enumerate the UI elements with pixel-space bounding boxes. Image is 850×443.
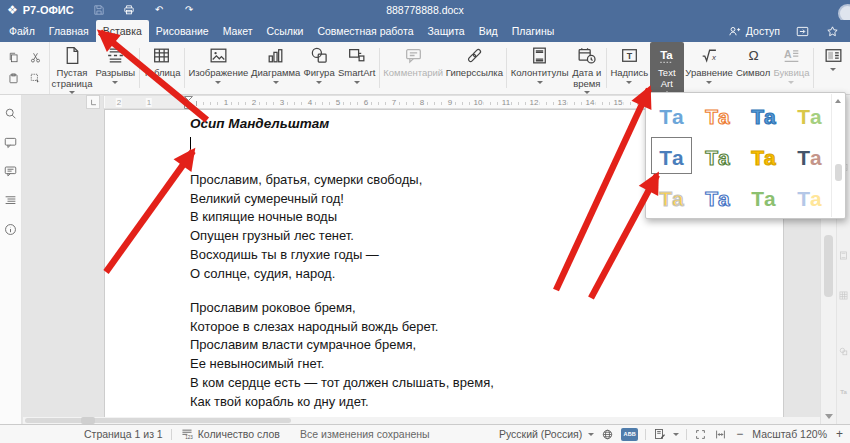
zoom-in-button[interactable]: + (834, 427, 845, 441)
horizontal-scrollbar[interactable] (23, 417, 820, 424)
ruler-number: 6 (363, 98, 369, 107)
shape-settings-icon[interactable] (838, 346, 849, 357)
fit-page-button[interactable] (694, 428, 707, 441)
chat-icon[interactable] (3, 164, 18, 179)
page-break-icon (105, 45, 126, 66)
blank-page-button[interactable]: Пустая страница (50, 42, 94, 94)
textart-style-light-blue-fill[interactable]: Ta (648, 94, 694, 135)
chart-icon (265, 45, 286, 66)
spellcheck-toggle[interactable]: АБВ (621, 428, 638, 441)
headers-footers-button[interactable]: Колонтитулы (509, 42, 570, 94)
about-icon[interactable] (3, 222, 18, 237)
save-icon[interactable] (92, 3, 106, 17)
shape-button[interactable]: Фигура (302, 42, 337, 94)
equation-button[interactable]: xУравнение (684, 42, 735, 94)
toolbar-divider (813, 48, 814, 88)
ruler-number: 14 (585, 98, 596, 107)
tab-draw[interactable]: Рисование (149, 20, 216, 42)
track-changes-button[interactable] (653, 427, 679, 441)
textart-style-gold-fill[interactable]: Ta (740, 135, 786, 176)
ruler-number: 3 (279, 98, 285, 107)
table-button[interactable]: Таблица (142, 42, 182, 94)
tab-references[interactable]: Ссылки (259, 20, 310, 42)
textart-style-orange-outline[interactable]: Ta (694, 94, 740, 135)
textart-style-yellow-green-fill[interactable]: Ta (786, 94, 832, 135)
zoom-label: Масштаб 120% (752, 428, 827, 440)
quick-access-toolbar: ↶↷ (92, 0, 196, 20)
tab-insert[interactable]: Вставка (96, 20, 149, 42)
symbol-button[interactable]: ΩСимвол (734, 42, 771, 94)
textart-style-blue-outline[interactable]: Ta (694, 176, 740, 217)
header-footer-settings-icon[interactable] (838, 250, 849, 261)
table-settings-icon[interactable] (838, 290, 849, 301)
share-access-button[interactable]: Доступ (727, 24, 780, 39)
headers-footers-label: Колонтитулы (511, 68, 569, 79)
tab-view[interactable]: Вид (472, 20, 505, 42)
textart-settings-icon[interactable]: Ta (838, 386, 849, 397)
textart-style-green-fill[interactable]: Ta (740, 176, 786, 217)
cut-icon[interactable] (29, 51, 42, 64)
ruler-number: 1 (223, 98, 229, 107)
textart-style-green-outline[interactable]: Ta (694, 135, 740, 176)
navigation-icon[interactable] (3, 193, 18, 208)
textart-style-blue-yellow-fade[interactable]: Ta (786, 176, 832, 217)
smartart-label: SmartArt (338, 68, 375, 79)
textart-style-navy-rose-fill[interactable]: Ta (786, 135, 832, 176)
favorite-star-icon[interactable] (825, 24, 840, 39)
text-art-button[interactable]: TaText Art (650, 42, 684, 94)
indent-marker[interactable] (183, 95, 194, 110)
scroll-down-arrow-icon[interactable] (825, 414, 833, 419)
print-icon[interactable] (122, 3, 136, 17)
gallery-scrollbar-thumb[interactable] (835, 164, 842, 181)
image-icon (208, 45, 229, 66)
svg-text:123: 123 (185, 435, 193, 440)
word-count-button[interactable]: 123 Количество слов (180, 427, 280, 441)
textart-style-blue-fill-dark-outline[interactable]: Ta (740, 94, 786, 135)
select-icon[interactable] (29, 72, 42, 85)
horizontal-scrollbar-thumb[interactable] (25, 418, 291, 423)
image-button[interactable]: Изображение (187, 42, 249, 94)
tab-collaboration[interactable]: Совместная работа (310, 20, 420, 42)
chevron-down-icon (215, 81, 221, 84)
set-language-icon[interactable] (601, 428, 614, 441)
tab-layout[interactable]: Макет (216, 20, 260, 42)
smartart-button[interactable]: SmartArt (336, 42, 377, 94)
tab-file[interactable]: Файл (2, 20, 42, 42)
undo-icon[interactable]: ↶ (152, 3, 166, 17)
chart-button[interactable]: Диаграмма (250, 42, 302, 94)
copy-icon[interactable] (7, 51, 20, 64)
table-icon (151, 45, 172, 66)
paste-icon[interactable] (7, 72, 20, 85)
tab-home[interactable]: Главная (42, 20, 96, 42)
svg-text:Ta: Ta (751, 186, 776, 209)
fit-width-button[interactable] (714, 428, 727, 441)
vertical-scrollbar-thumb[interactable] (824, 235, 833, 297)
search-icon[interactable] (3, 106, 18, 121)
text-box-label: Надпись (610, 68, 648, 79)
textart-style-blue-fill[interactable]: Ta (648, 135, 694, 176)
textart-style-yellow-fill-gray-outline[interactable]: Ta (648, 176, 694, 217)
poem-line: О солнце, судия, народ. (190, 265, 730, 284)
content-controls-button[interactable] (816, 42, 850, 94)
drop-cap-button: AБуквица (772, 42, 811, 94)
scroll-up-arrow-icon[interactable] (835, 99, 841, 103)
breaks-button[interactable]: Разрывы (94, 42, 137, 94)
gallery-scrollbar[interactable] (831, 94, 844, 217)
page-indicator[interactable]: Страница 1 из 1 (84, 428, 163, 440)
app-logo[interactable]: ❖ Р7-ОФИС (7, 0, 74, 20)
tab-protection[interactable]: Защита (420, 20, 471, 42)
tab-stop-selector[interactable] (86, 95, 100, 109)
tab-plugins[interactable]: Плагины (505, 20, 562, 42)
comments-icon[interactable] (3, 135, 18, 150)
language-selector[interactable]: Русский (Россия) (499, 428, 594, 440)
textart-icon: Ta (656, 45, 677, 66)
redo-icon[interactable]: ↷ (182, 3, 196, 17)
text-art-label: Text Art (658, 68, 675, 89)
date-time-button[interactable]: Дата и время (570, 42, 604, 94)
hscrollbar-marker[interactable] (81, 417, 95, 424)
text-box-button[interactable]: TНадпись (609, 42, 650, 94)
open-file-location-icon[interactable] (795, 24, 810, 39)
hyperlink-button[interactable]: Гиперссылка (444, 42, 504, 94)
zoom-out-button[interactable]: − (734, 427, 745, 441)
symbol-label: Символ (736, 68, 770, 79)
